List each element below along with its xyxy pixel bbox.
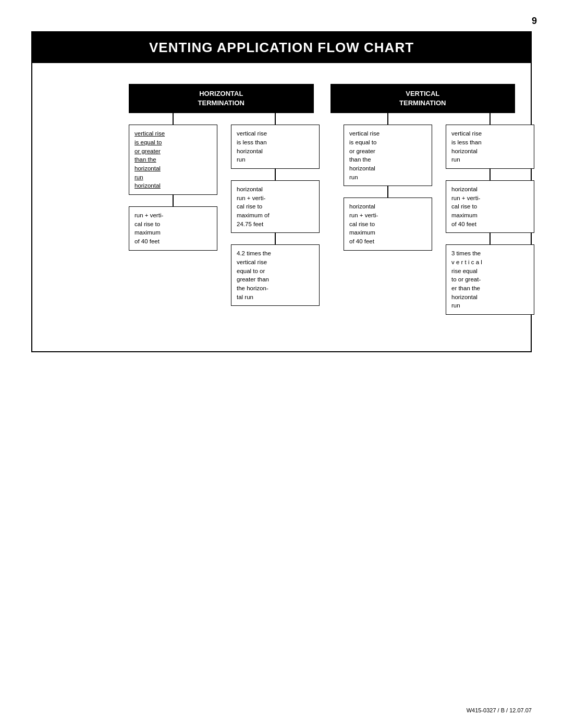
col3-level1-box: vertical riseis equal toor greaterthan t… xyxy=(344,125,432,186)
col4-level2-box: horizontalrun + verti-cal rise tomaximum… xyxy=(446,180,534,233)
column-3: vertical riseis equal toor greaterthan t… xyxy=(344,113,432,250)
vline-col3-mid xyxy=(387,186,388,198)
footer-note: W415-0327 / B / 12.07.07 xyxy=(467,707,532,713)
vline-col2-top xyxy=(275,113,276,125)
column-1: vertical riseis equal toor greaterthan t… xyxy=(129,113,217,250)
col3-level2-box: horizontalrun + verti-cal rise tomaximum… xyxy=(344,198,432,250)
chart-area: HORIZONTALTERMINATION VERTICALTERMINATIO… xyxy=(32,63,531,330)
vline-col3-top xyxy=(387,113,388,125)
column-2: vertical riseis less thanhorizontalrun h… xyxy=(231,113,320,306)
col2-level3-box: 4.2 times thevertical riseequal to orgre… xyxy=(231,244,320,306)
vline-col4-top xyxy=(489,113,491,125)
vline-col4-bot xyxy=(489,233,491,244)
col4-level1-box: vertical riseis less thanhorizontalrun xyxy=(446,125,534,169)
horizontal-termination-header: HORIZONTALTERMINATION xyxy=(129,84,314,113)
vertical-termination-header: VERTICALTERMINATION xyxy=(331,84,516,113)
page-title: VENTING APPLICATION FLOW CHART xyxy=(32,32,531,63)
main-container: VENTING APPLICATION FLOW CHART HORIZONTA… xyxy=(31,31,532,352)
column-4: vertical riseis less thanhorizontalrun h… xyxy=(446,113,534,315)
vline-col4-mid xyxy=(489,169,491,180)
vline-col1-mid xyxy=(173,195,174,206)
vline-col2-mid xyxy=(275,169,276,180)
col4-level3-box: 3 times thev e r t i c a lrise equalto o… xyxy=(446,244,534,315)
vline-col1-top xyxy=(173,113,174,125)
vline-col2-bot xyxy=(275,233,276,244)
col2-level2-box: horizontalrun + verti-cal rise tomaximum… xyxy=(231,180,320,233)
col2-level1-box: vertical riseis less thanhorizontalrun xyxy=(231,125,320,169)
col1-level2-box: run + verti-cal rise tomaximumof 40 feet xyxy=(129,206,217,251)
page-number: 9 xyxy=(532,16,537,27)
col1-level1-box: vertical riseis equal toor greaterthan t… xyxy=(129,125,217,195)
